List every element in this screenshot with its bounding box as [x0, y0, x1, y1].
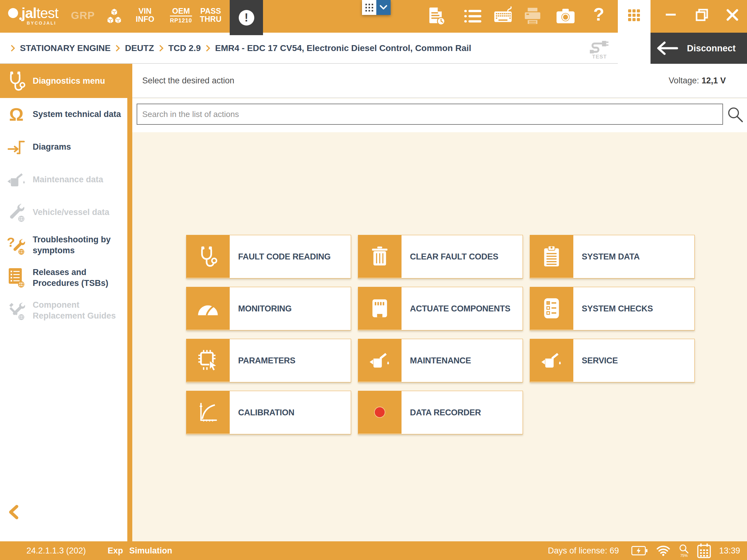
pass-line2: THRU: [200, 15, 221, 23]
groups-cubes-icon[interactable]: [105, 7, 123, 25]
sidebar-item-label: Diagnostics menu: [33, 76, 127, 86]
breadcrumb-item-model[interactable]: TCD 2.9: [169, 43, 201, 53]
mode-simulation: Simulation: [129, 546, 172, 556]
breadcrumb: STATIONARY ENGINE DEUTZ TCD 2.9 EMR4 - E…: [10, 33, 471, 64]
floating-widget[interactable]: [362, 0, 391, 15]
sidebar-item-label: Troubleshooting by symptoms: [33, 234, 127, 256]
jaltest-logo: jal test BYCOJALI: [8, 5, 58, 26]
calendar-icon: [697, 543, 711, 558]
action-calibration[interactable]: CALIBRATION: [186, 391, 351, 434]
sidebar-item-releases-and-procedures[interactable]: Releases and Procedures (TSBs): [0, 261, 132, 294]
action-data-recorder[interactable]: DATA RECORDER: [358, 391, 523, 434]
search-input[interactable]: [137, 104, 723, 125]
vin-info-button[interactable]: VIN INFO: [136, 7, 154, 23]
warning-indicator-button[interactable]: !: [230, 0, 263, 35]
arrow-left-icon: [656, 41, 679, 56]
action-label: CLEAR FAULT CODES: [402, 235, 522, 278]
action-label: MONITORING: [230, 287, 351, 330]
voltage-label: Voltage:: [669, 76, 699, 85]
action-label: DATA RECORDER: [402, 391, 522, 434]
pass-thru-button[interactable]: PASS THRU: [200, 7, 221, 23]
zoom-indicator[interactable]: 75%: [678, 544, 689, 558]
widget-chevron-down-icon[interactable]: [376, 0, 391, 15]
action-system-checks[interactable]: SYSTEM CHECKS: [530, 287, 695, 330]
test-connection-button[interactable]: TEST: [589, 38, 610, 60]
action-label: FAULT CODE READING: [230, 235, 351, 278]
sidebar-item-label: System technical data: [33, 109, 127, 120]
breadcrumb-chevron-icon: [159, 45, 163, 52]
breadcrumb-chevron-icon: [206, 45, 210, 52]
sidebar-item-maintenance-data: Maintenance data: [0, 163, 132, 196]
sidebar-item-diagnostics-menu[interactable]: Diagnostics menu: [0, 64, 132, 98]
help-icon[interactable]: ?: [593, 4, 604, 25]
sidebar-item-label: Vehicle/vessel data: [33, 207, 127, 218]
keyboard-icon[interactable]: [494, 6, 513, 23]
logo-text-light: test: [36, 5, 58, 22]
omega-icon: Ω: [0, 105, 33, 124]
question-wrench-globe-icon: ?: [0, 235, 33, 256]
stethoscope-icon: [186, 235, 230, 278]
action-fault-code-reading[interactable]: FAULT CODE READING: [186, 235, 351, 278]
action-maintenance[interactable]: MAINTENANCE: [358, 339, 523, 382]
action-service[interactable]: SERVICE: [530, 339, 695, 382]
logo-dot-icon: [19, 18, 22, 20]
sidebar-item-label: Releases and Procedures (TSBs): [33, 267, 127, 289]
sidebar-item-system-technical-data[interactable]: Ω System technical data: [0, 98, 132, 131]
action-label: CALIBRATION: [230, 391, 351, 434]
action-clear-fault-codes[interactable]: CLEAR FAULT CODES: [358, 235, 523, 278]
sidebar-item-diagrams[interactable]: Diagrams: [0, 131, 132, 163]
clipboard-icon: [530, 235, 573, 278]
apps-menu-button[interactable]: [618, 0, 650, 64]
window-close-button[interactable]: [721, 0, 743, 30]
breadcrumb-item-category[interactable]: STATIONARY ENGINE: [20, 43, 110, 53]
action-label: SYSTEM CHECKS: [573, 287, 694, 330]
chip-cursor-icon: [186, 339, 230, 382]
search-band: [132, 99, 747, 132]
action-parameters[interactable]: PARAMETERS: [186, 339, 351, 382]
print-icon[interactable]: [523, 7, 542, 25]
voltage-readout: Voltage:12,1 V: [669, 76, 726, 85]
breadcrumb-chevron-icon: [115, 45, 120, 52]
action-label: SYSTEM DATA: [573, 235, 694, 278]
action-system-data[interactable]: SYSTEM DATA: [530, 235, 695, 278]
breadcrumb-item-brand[interactable]: DEUTZ: [125, 43, 154, 53]
action-actuate-components[interactable]: ACTUATE COMPONENTS: [358, 287, 523, 330]
sidebar-item-label: Component Replacement Guides: [33, 300, 127, 321]
stethoscope-icon: [0, 70, 33, 91]
sidebar: Diagnostics menu Ω System technical data…: [0, 64, 132, 541]
sidebar-item-component-replacement-guides: Component Replacement Guides: [0, 294, 132, 327]
window-minimize-button[interactable]: [660, 0, 681, 30]
disconnect-label: Disconnect: [687, 43, 736, 54]
search-icon[interactable]: [726, 105, 744, 124]
checklist-icon: [530, 287, 573, 330]
oil-can-icon: [358, 339, 402, 382]
tools-globe-icon: [0, 300, 33, 321]
report-document-clock-icon[interactable]: [427, 7, 446, 26]
vin-line1: VIN: [136, 7, 154, 15]
fault-list-icon[interactable]: [464, 9, 482, 24]
screenshot-camera-icon[interactable]: [556, 8, 575, 24]
pass-line1: PASS: [200, 7, 221, 15]
sidebar-item-label: Maintenance data: [33, 174, 127, 185]
sidebar-item-label: Diagrams: [33, 141, 127, 153]
sidebar-collapse-button[interactable]: [7, 505, 20, 519]
action-label: MAINTENANCE: [402, 339, 522, 382]
action-label: SERVICE: [573, 339, 694, 382]
disconnect-button[interactable]: Disconnect: [650, 33, 747, 64]
diagram-icon: [0, 138, 33, 156]
calibration-curve-icon: [186, 391, 230, 434]
widget-grid-icon[interactable]: [362, 0, 376, 15]
sidebar-item-troubleshooting-by-symptoms[interactable]: ? Troubleshooting by symptoms: [0, 229, 132, 261]
logo-subtitle: BYCOJALI: [27, 21, 58, 26]
connector-icon: [358, 287, 402, 330]
window-restore-button[interactable]: [691, 0, 713, 30]
oem-line1: OEM: [170, 7, 192, 17]
vin-line2: INFO: [136, 15, 154, 23]
action-monitoring[interactable]: MONITORING: [186, 287, 351, 330]
oem-rp1210-button[interactable]: OEM RP1210: [170, 7, 192, 25]
sidebar-item-vehicle-vessel-data: Vehicle/vessel data: [0, 196, 132, 229]
document-globe-icon: [0, 268, 33, 288]
wrench-globe-icon: [0, 202, 33, 223]
breadcrumb-item-system[interactable]: EMR4 - EDC 17 CV54, Electronic Diesel Co…: [215, 43, 471, 53]
test-label: TEST: [592, 54, 607, 60]
